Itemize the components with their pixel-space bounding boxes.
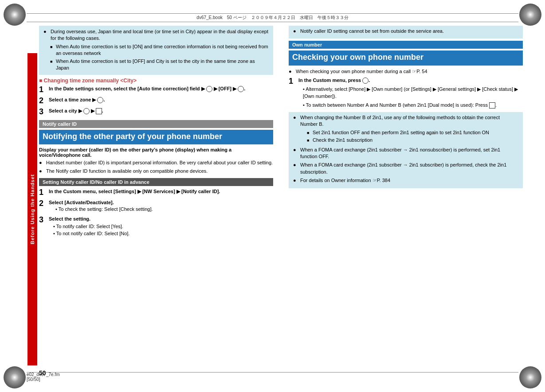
owner-info-bullet: ● For details on Owner information ☞P. 3… — [293, 177, 518, 184]
corner-decoration-br — [519, 366, 541, 388]
corner-decoration-bl — [4, 366, 26, 388]
overseas-sub-1: ■ When Auto time correction is set to [O… — [50, 43, 269, 57]
notify-caller-id-heading: Notifying the other party of your phone … — [39, 130, 273, 144]
overseas-bullet-1: ● During overseas use, Japan time and lo… — [43, 28, 269, 42]
header-text: dv67_E.book 50 ページ ２００９年４月２２日 水曜日 午後５時３３… — [196, 15, 348, 21]
notify-cannot-set-info: ● Notify caller ID setting cannot be set… — [289, 26, 523, 39]
corner-decoration-tr — [519, 4, 541, 26]
own-sub-2: • To switch between Number A and Number … — [303, 101, 523, 109]
setting-step-3-sub-2: • To not notify caller ID: Select [No]. — [53, 230, 273, 237]
setting-step-1: 1 In the Custom menu, select [Settings] … — [39, 188, 273, 197]
own-number-section: Own number Checking your own phone numbe… — [289, 41, 523, 109]
setting-step-3: 3 Select the setting. • To notify caller… — [39, 216, 273, 237]
square-icon-1 — [96, 108, 102, 114]
notify-caller-id-section: Notify caller ID Notifying the other par… — [39, 120, 273, 237]
notify-bullet-1: ● Handset number (caller ID) is importan… — [39, 159, 273, 166]
step-1-auto-time: 1 In the Date settings screen, select th… — [39, 85, 273, 94]
overseas-sub-2: ■ When Auto time correction is set to [O… — [50, 58, 269, 72]
circle-icon-1 — [206, 86, 212, 92]
left-column: ● During overseas use, Japan time and lo… — [39, 26, 278, 368]
notify-display-text: Display your number (caller ID) on the o… — [39, 147, 273, 158]
circle-icon-4 — [83, 108, 90, 114]
step-2-timezone: 2 Select a time zone ▶ . — [39, 97, 273, 105]
step-3-city: 3 Select a city ▶ ▶ . — [39, 108, 273, 116]
changing-timezone-heading: ■ Changing time zone manually <City> — [39, 78, 273, 84]
circle-icon-3 — [97, 97, 103, 103]
setting-step-2-sub: To check the setting: Select [Check sett… — [55, 206, 273, 213]
own-number-banner: Own number — [289, 41, 523, 49]
circle-icon-2 — [238, 86, 244, 92]
notify-bullet-2: ● The Notify caller ID function is avail… — [39, 168, 273, 175]
2in1-bullet-3: ● When a FOMA card exchange (2in1 subscr… — [293, 162, 518, 175]
2in1-bullet-2: ● When a FOMA card exchange (2in1 subscr… — [293, 147, 518, 160]
sidebar-tab-text: Before Using the Handset — [30, 174, 35, 244]
overseas-info-section: ● During overseas use, Japan time and lo… — [39, 26, 273, 75]
main-content: ● During overseas use, Japan time and lo… — [39, 26, 523, 368]
own-number-intro: ● When checking your own phone number du… — [289, 68, 523, 75]
square-icon-own — [489, 102, 495, 109]
sidebar-tab: Before Using the Handset — [27, 53, 37, 365]
setting-step-3-sub-1: • To notify caller ID: Select [Yes]. — [53, 223, 273, 230]
page-footer: e02_dv67_7e.fm [50/50] — [27, 372, 518, 381]
setting-notify-banner: Setting Notify caller ID/No caller ID in… — [39, 178, 273, 186]
2in1-bullet-1: ● When changing the Number B of 2in1, us… — [293, 114, 518, 145]
page-header: dv67_E.book 50 ページ ２００９年４月２２日 水曜日 午後５時３３… — [27, 13, 518, 22]
2in1-info-box: ● When changing the Number B of 2in1, us… — [289, 112, 523, 188]
corner-decoration-tl — [4, 4, 26, 26]
circle-icon-own — [362, 78, 369, 84]
footer-left: e02_dv67_7e.fm [50/50] — [27, 372, 60, 382]
right-column: ● Notify caller ID setting cannot be set… — [286, 26, 523, 368]
notify-caller-id-banner: Notify caller ID — [39, 120, 273, 128]
setting-step-2: 2 Select [Activate/Deactivate]. To check… — [39, 199, 273, 214]
own-sub-1: • Alternatively, select [Phone] ▶ [Own n… — [303, 85, 523, 100]
own-number-step-1: 1 In the Custom menu, press . • Alternat… — [289, 77, 523, 109]
own-number-heading: Checking your own phone number — [289, 50, 523, 65]
